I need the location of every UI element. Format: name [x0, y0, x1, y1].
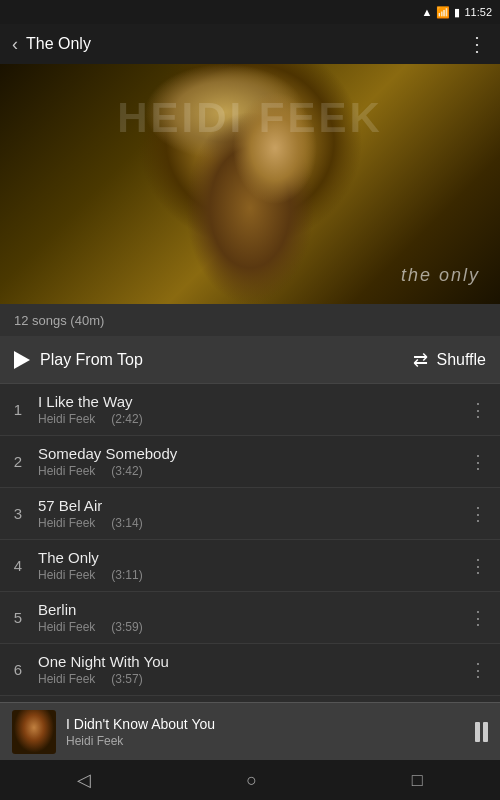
track-artist: Heidi Feek — [38, 464, 95, 478]
track-meta: Heidi Feek (3:59) — [38, 620, 464, 634]
track-duration: (3:57) — [111, 672, 142, 686]
wifi-icon: 📶 — [436, 6, 450, 19]
time-display: 11:52 — [464, 6, 492, 18]
play-from-top-label: Play From Top — [40, 351, 143, 369]
track-row[interactable]: 1 I Like the Way Heidi Feek (2:42) ⋮ — [0, 384, 500, 436]
now-playing-thumbnail — [12, 710, 56, 754]
now-playing-title: I Didn't Know About You — [66, 716, 465, 732]
track-name: Berlin — [38, 601, 464, 618]
track-name: The Only — [38, 549, 464, 566]
track-info: The Only Heidi Feek (3:11) — [32, 549, 464, 582]
track-meta: Heidi Feek (3:57) — [38, 672, 464, 686]
top-bar: ‹ The Only ⋮ — [0, 24, 500, 64]
shuffle-icon: ⇄ — [413, 349, 428, 371]
album-overlay-text: the only — [401, 265, 480, 286]
page-title: The Only — [26, 35, 91, 53]
track-more-button[interactable]: ⋮ — [464, 399, 492, 421]
pause-bar-left — [475, 722, 480, 742]
track-name: 57 Bel Air — [38, 497, 464, 514]
content-area: HEIDI FEEK the only 12 songs (40m) Play … — [0, 64, 500, 702]
track-row[interactable]: 2 Someday Somebody Heidi Feek (3:42) ⋮ — [0, 436, 500, 488]
signal-icon: ▲ — [422, 6, 433, 18]
album-art: HEIDI FEEK the only — [0, 64, 500, 304]
track-artist: Heidi Feek — [38, 568, 95, 582]
battery-icon: ▮ — [454, 6, 460, 19]
track-more-button[interactable]: ⋮ — [464, 503, 492, 525]
back-button[interactable]: ‹ — [12, 34, 18, 55]
nav-recents-button[interactable]: □ — [412, 770, 423, 791]
track-duration: (3:42) — [111, 464, 142, 478]
track-name: I Like the Way — [38, 393, 464, 410]
track-duration: (3:11) — [111, 568, 142, 582]
track-list: 1 I Like the Way Heidi Feek (2:42) ⋮ 2 S… — [0, 384, 500, 702]
play-from-top-button[interactable]: Play From Top — [14, 351, 143, 369]
more-options-button[interactable]: ⋮ — [467, 32, 488, 56]
shuffle-label: Shuffle — [436, 351, 486, 369]
track-duration: (2:42) — [111, 412, 142, 426]
now-playing-thumb-inner — [12, 710, 56, 754]
track-number: 2 — [4, 453, 32, 470]
track-row[interactable]: 5 Berlin Heidi Feek (3:59) ⋮ — [0, 592, 500, 644]
track-meta: Heidi Feek (3:42) — [38, 464, 464, 478]
play-bar[interactable]: Play From Top ⇄ Shuffle — [0, 336, 500, 384]
now-playing-info: I Didn't Know About You Heidi Feek — [66, 716, 465, 748]
track-name: Someday Somebody — [38, 445, 464, 462]
track-more-button[interactable]: ⋮ — [464, 607, 492, 629]
song-count-bar: 12 songs (40m) — [0, 304, 500, 336]
status-icons: ▲ 📶 ▮ 11:52 — [422, 6, 492, 19]
track-more-button[interactable]: ⋮ — [464, 555, 492, 577]
track-artist: Heidi Feek — [38, 620, 95, 634]
track-meta: Heidi Feek (3:11) — [38, 568, 464, 582]
track-more-button[interactable]: ⋮ — [464, 659, 492, 681]
now-playing-artist: Heidi Feek — [66, 734, 465, 748]
nav-home-button[interactable]: ○ — [246, 770, 257, 791]
track-name: One Night With You — [38, 653, 464, 670]
pause-button[interactable] — [475, 722, 488, 742]
album-artist-large-text: HEIDI FEEK — [117, 94, 383, 142]
track-row[interactable]: 4 The Only Heidi Feek (3:11) ⋮ — [0, 540, 500, 592]
track-row[interactable]: 6 One Night With You Heidi Feek (3:57) ⋮ — [0, 644, 500, 696]
track-meta: Heidi Feek (2:42) — [38, 412, 464, 426]
track-info: I Like the Way Heidi Feek (2:42) — [32, 393, 464, 426]
track-info: 57 Bel Air Heidi Feek (3:14) — [32, 497, 464, 530]
track-artist: Heidi Feek — [38, 672, 95, 686]
pause-bar-right — [483, 722, 488, 742]
track-artist: Heidi Feek — [38, 516, 95, 530]
top-bar-left: ‹ The Only — [12, 34, 91, 55]
track-number: 5 — [4, 609, 32, 626]
track-duration: (3:59) — [111, 620, 142, 634]
track-info: Berlin Heidi Feek (3:59) — [32, 601, 464, 634]
track-meta: Heidi Feek (3:14) — [38, 516, 464, 530]
track-number: 1 — [4, 401, 32, 418]
track-more-button[interactable]: ⋮ — [464, 451, 492, 473]
track-info: One Night With You Heidi Feek (3:57) — [32, 653, 464, 686]
track-row[interactable]: 3 57 Bel Air Heidi Feek (3:14) ⋮ — [0, 488, 500, 540]
song-count-text: 12 songs (40m) — [14, 313, 104, 328]
track-number: 4 — [4, 557, 32, 574]
bottom-navigation: ◁ ○ □ — [0, 760, 500, 800]
shuffle-button[interactable]: ⇄ Shuffle — [413, 349, 486, 371]
track-duration: (3:14) — [111, 516, 142, 530]
play-icon — [14, 351, 30, 369]
track-number: 6 — [4, 661, 32, 678]
track-info: Someday Somebody Heidi Feek (3:42) — [32, 445, 464, 478]
now-playing-bar[interactable]: I Didn't Know About You Heidi Feek — [0, 702, 500, 760]
track-number: 3 — [4, 505, 32, 522]
track-artist: Heidi Feek — [38, 412, 95, 426]
status-bar: ▲ 📶 ▮ 11:52 — [0, 0, 500, 24]
nav-back-button[interactable]: ◁ — [77, 769, 91, 791]
